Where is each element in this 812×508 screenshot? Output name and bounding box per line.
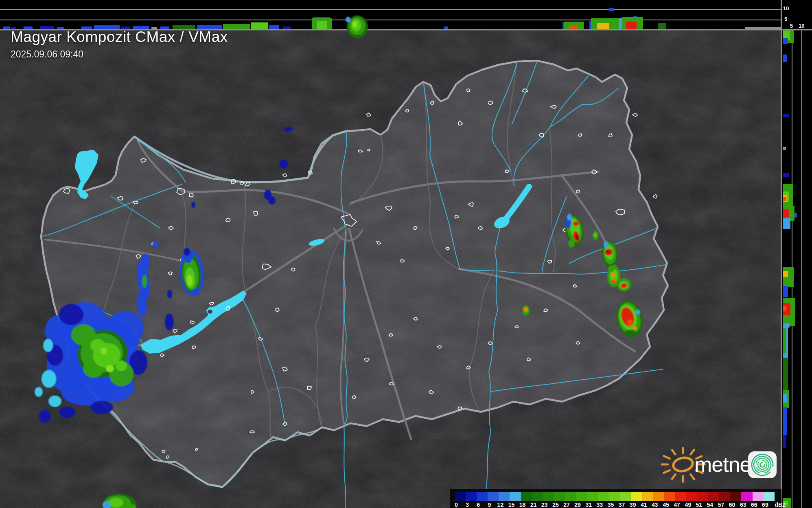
scale-swatch bbox=[543, 492, 554, 501]
scale-tick: 27 bbox=[563, 501, 570, 508]
radar-echo-blob bbox=[59, 407, 75, 418]
scale-tick: 6 bbox=[477, 501, 480, 508]
scale-tick: 60 bbox=[729, 501, 735, 508]
page-title: Magyar Kompozit CMax / VMax bbox=[11, 29, 228, 46]
radar-echo-blob bbox=[627, 319, 633, 326]
radar-echo-blob bbox=[604, 241, 608, 248]
top-strip-echo bbox=[251, 22, 268, 29]
scale-tick: 69 bbox=[762, 501, 768, 508]
scale-unit: dBZ bbox=[775, 501, 786, 508]
right-strip-echo bbox=[783, 435, 786, 448]
scale-swatch bbox=[675, 492, 686, 501]
radar-echo-blob bbox=[59, 304, 83, 325]
scale-tick: 57 bbox=[718, 501, 724, 508]
scale-tick: 51 bbox=[696, 501, 702, 508]
logo-wordmark: metnet bbox=[694, 453, 757, 476]
top-strip-echo bbox=[269, 25, 279, 29]
scale-swatch bbox=[521, 492, 532, 501]
scale-swatch bbox=[719, 492, 730, 501]
scale-tick: 31 bbox=[585, 501, 592, 508]
radar-echo-blob bbox=[167, 290, 172, 299]
top-strip-echo bbox=[597, 23, 609, 29]
scale-swatch bbox=[477, 492, 488, 501]
scale-swatch bbox=[642, 492, 653, 501]
right-strip-echo bbox=[783, 394, 787, 402]
radar-echo-blob bbox=[48, 396, 61, 407]
scale-swatch bbox=[741, 492, 752, 501]
scale-tick: 39 bbox=[630, 501, 636, 508]
radar-echo-blob bbox=[567, 214, 572, 220]
radar-echo-blob bbox=[608, 266, 615, 272]
scale-tick: 12 bbox=[497, 501, 504, 508]
scale-swatch bbox=[554, 492, 565, 501]
top-strip-echo bbox=[626, 22, 637, 29]
radar-echo-blob bbox=[184, 248, 190, 256]
scale-swatch bbox=[466, 492, 477, 501]
right-strip-echo bbox=[783, 55, 787, 62]
scale-swatches bbox=[455, 492, 775, 501]
scale-tick: 18 bbox=[519, 501, 526, 508]
scale-tick: 66 bbox=[751, 501, 757, 508]
radar-echo-blob bbox=[573, 221, 579, 226]
right-strip-echo bbox=[783, 38, 788, 44]
top-strip-echo bbox=[317, 21, 327, 29]
radar-echo-blob bbox=[142, 275, 147, 288]
right-strip-echo bbox=[783, 286, 788, 297]
scale-tick: 33 bbox=[597, 501, 603, 508]
top-strip-axis-5km: 5 bbox=[784, 16, 787, 22]
scale-swatch bbox=[620, 492, 631, 501]
top-strip-axis-10km: 10 bbox=[783, 5, 789, 11]
scale-tick: 25 bbox=[552, 501, 559, 508]
scale-swatch bbox=[708, 492, 719, 501]
radar-echo-blob bbox=[594, 233, 597, 238]
scale-swatch bbox=[609, 492, 620, 501]
scale-tick: 54 bbox=[707, 501, 714, 508]
scale-tick: 23 bbox=[541, 501, 548, 508]
scale-swatch bbox=[598, 492, 609, 501]
radar-echo-blob bbox=[633, 327, 637, 330]
radar-echo-blob bbox=[624, 330, 636, 336]
radar-echo-blob bbox=[635, 310, 640, 314]
right-strip-echo bbox=[783, 306, 786, 311]
scale-tick: 15 bbox=[508, 501, 515, 508]
radar-echo-blob bbox=[268, 196, 276, 205]
scale-labels: 0369121518212325272931333537394143454749… bbox=[455, 501, 780, 508]
scale-tick: 0 bbox=[455, 501, 458, 508]
scale-swatch bbox=[587, 492, 598, 501]
scale-swatch bbox=[764, 492, 775, 501]
radar-echo-blob bbox=[192, 288, 199, 296]
scale-tick: 47 bbox=[674, 501, 680, 508]
top-strip-echo bbox=[3, 26, 10, 29]
scale-swatch bbox=[488, 492, 499, 501]
scale-tick: 21 bbox=[530, 501, 537, 508]
scale-tick: 43 bbox=[652, 501, 658, 508]
radar-echo-blob bbox=[142, 254, 150, 270]
right-strip-echo bbox=[783, 271, 788, 277]
top-strip-echo bbox=[609, 8, 614, 11]
scale-tick: 49 bbox=[685, 501, 691, 508]
top-strip-echo bbox=[283, 26, 291, 29]
scale-swatch bbox=[510, 492, 521, 501]
scale-swatch bbox=[576, 492, 587, 501]
scale-swatch bbox=[565, 492, 576, 501]
scale-swatch bbox=[653, 492, 664, 501]
scale-tick: 37 bbox=[619, 501, 625, 508]
right-strip-echo bbox=[783, 218, 790, 229]
top-strip-echo bbox=[444, 26, 448, 29]
scale-tick: 3 bbox=[466, 501, 469, 508]
scale-swatch bbox=[753, 492, 764, 501]
right-strip-echo bbox=[783, 147, 786, 150]
scale-swatch bbox=[730, 492, 741, 501]
radar-echo-blob bbox=[191, 202, 195, 208]
radar-echo-blob bbox=[153, 241, 158, 248]
radar-echo-blob bbox=[524, 307, 528, 312]
right-strip-echo bbox=[783, 209, 789, 218]
radar-echo-blob bbox=[165, 314, 174, 330]
top-strip-echo bbox=[745, 27, 781, 29]
scale-swatch bbox=[664, 492, 675, 501]
radar-echo-blob bbox=[352, 21, 357, 28]
right-strip-echo bbox=[783, 358, 788, 392]
top-strip-echo bbox=[569, 25, 578, 29]
right-strip-separator bbox=[781, 0, 782, 508]
radar-echo-blob bbox=[43, 339, 53, 352]
